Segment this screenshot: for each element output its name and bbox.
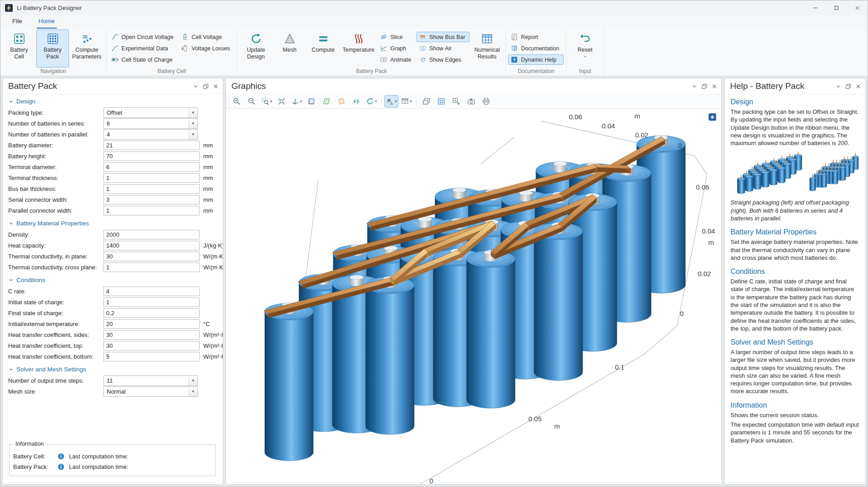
ribbon-button-cell-voltage[interactable]: Cell Voltage <box>179 32 235 42</box>
float-icon[interactable] <box>202 83 209 90</box>
ribbon-button-show-bus-bar[interactable]: Show Bus Bar <box>417 32 470 42</box>
plot-settings-button[interactable] <box>449 95 463 107</box>
close-button[interactable] <box>847 0 868 15</box>
input-heat-transfer-coefficient-top[interactable]: 30 <box>103 341 200 351</box>
select-mesh-size[interactable]: Normal▾ <box>103 386 198 397</box>
graphics-canvas[interactable]: 0.060.04m0.0200.060.04m0.0200.10.05m0 <box>226 109 721 484</box>
ribbon-button-battery-pack[interactable]: Battery Pack <box>36 29 69 68</box>
input-initial-external-temperature[interactable]: 20 <box>103 319 200 329</box>
menu-home[interactable]: Home <box>37 16 57 29</box>
chevron-down-icon[interactable] <box>835 83 842 90</box>
float-icon[interactable] <box>701 83 708 90</box>
field-number-of-batteries-in-parallel: Number of batteries in parallel:4▾ <box>8 129 218 140</box>
view-cube-icon[interactable] <box>708 112 717 122</box>
float-icon[interactable] <box>845 83 852 90</box>
ribbon-button-compute-parameters[interactable]: Compute Parameters <box>70 29 104 68</box>
ribbon-button-open-circuit-voltage[interactable]: Open Circuit Voltage <box>109 32 178 42</box>
input-thermal-conductivity-in-plane[interactable]: 30 <box>103 252 200 261</box>
ribbon-button-reset[interactable]: Reset⌄ <box>569 29 601 68</box>
section-header-solver-and-mesh-settings[interactable]: Solver and Mesh Settings <box>8 366 218 373</box>
field-label: Mesh size: <box>8 388 103 395</box>
select-packing-type[interactable]: Offset▾ <box>103 107 198 118</box>
section-header-conditions[interactable]: Conditions <box>8 277 218 283</box>
view-yz-button[interactable] <box>319 95 333 107</box>
section-header-design[interactable]: Design <box>8 98 218 105</box>
ribbon-button-slice[interactable]: Slice <box>378 32 416 42</box>
view-options-button[interactable]: ▾ <box>399 95 413 107</box>
battery-pack-3d-view[interactable]: 0.060.04m0.0200.060.04m0.0200.10.05m0 <box>226 109 721 484</box>
snapshot-button[interactable] <box>464 95 478 107</box>
ribbon-button-numerical-results[interactable]: Numerical Results <box>471 29 503 68</box>
input-heat-transfer-coefficient-sides[interactable]: 30 <box>103 330 200 340</box>
ribbon-button-dynamic-help[interactable]: ?Dynamic Help <box>508 54 564 65</box>
ribbon-button-documentation[interactable]: Documentation <box>508 43 564 54</box>
scene-light-button[interactable]: ▾ <box>384 95 398 107</box>
go-to-default-view-icon <box>291 97 299 106</box>
input-final-state-of-charge[interactable]: 0.2 <box>103 308 200 318</box>
maximize-button[interactable] <box>826 0 847 15</box>
ribbon-button-show-edges[interactable]: Show Edges <box>417 54 470 65</box>
ribbon-button-graph[interactable]: Graph <box>378 43 416 54</box>
input-battery-diameter[interactable]: 21 <box>103 141 200 150</box>
close-icon[interactable] <box>855 83 862 90</box>
field-initial-external-temperature: Initial/external temperature:20°C <box>8 318 218 329</box>
ribbon-button-label: Experimental Data <box>122 45 168 52</box>
copy-image-button[interactable] <box>419 95 433 107</box>
selected-value: Offset <box>104 109 122 116</box>
select-number-of-output-time-steps[interactable]: 11▾ <box>103 375 198 386</box>
input-serial-connector-width[interactable]: 3 <box>103 195 200 205</box>
field-label: Serial connector width: <box>8 196 103 203</box>
ribbon-button-compute[interactable]: Compute <box>307 29 339 68</box>
field-final-state-of-charge: Final state of charge:0.2 <box>8 307 218 318</box>
zoom-out-button[interactable] <box>245 95 259 107</box>
input-density[interactable]: 2000 <box>103 230 200 239</box>
ribbon-button-experimental-data[interactable]: Experimental Data <box>109 43 178 54</box>
print-button[interactable] <box>479 95 493 107</box>
input-battery-height[interactable]: 70 <box>103 151 200 161</box>
zoom-in-button[interactable] <box>230 95 244 107</box>
select-number-of-batteries-in-parallel[interactable]: 4▾ <box>103 129 198 140</box>
input-terminal-diameter[interactable]: 6 <box>103 162 200 172</box>
ribbon-button-show-air[interactable]: Show Air <box>417 43 470 54</box>
toolbar-separator <box>381 97 382 106</box>
input-terminal-thickness[interactable]: 1 <box>103 173 200 183</box>
view-xy-button[interactable] <box>304 95 319 107</box>
field-unit: mm <box>203 185 213 192</box>
plot-settings-icon <box>452 97 461 106</box>
field-label: Thermal conductivity, in plane: <box>8 253 103 260</box>
input-bus-bar-thickness[interactable]: 1 <box>103 184 200 194</box>
rotate-view-button[interactable]: ▾ <box>364 95 378 107</box>
minimize-button[interactable] <box>805 0 826 15</box>
close-icon[interactable] <box>711 83 718 90</box>
chevron-down-icon[interactable] <box>192 83 199 90</box>
ribbon-button-cell-state-of-charge[interactable]: Cell State of Charge <box>109 54 178 65</box>
input-heat-transfer-coefficient-bottom[interactable]: 5 <box>103 352 200 361</box>
select-number-of-batteries-in-series[interactable]: 6▾ <box>103 118 198 129</box>
input-parallel-connector-width[interactable]: 1 <box>103 206 200 215</box>
image-grid-button[interactable] <box>434 95 448 107</box>
ribbon-button-temperature[interactable]: Temperature <box>340 29 377 68</box>
ribbon-button-battery-cell[interactable]: Battery Cell <box>3 29 35 68</box>
ribbon-button-update-design[interactable]: Update Design <box>240 29 272 68</box>
chevron-down-icon[interactable] <box>691 83 698 90</box>
close-icon[interactable] <box>212 83 219 90</box>
go-to-default-view-button[interactable]: ▾ <box>289 95 304 107</box>
menu-file[interactable]: File <box>10 16 24 29</box>
input-heat-capacity[interactable]: 1400 <box>103 241 200 250</box>
view-zx-button[interactable] <box>334 95 348 107</box>
zoom-extents-button[interactable] <box>275 95 289 107</box>
section-header-battery-material-properties[interactable]: Battery Material Properties <box>8 220 218 227</box>
input-c-rate[interactable]: 4 <box>103 287 200 296</box>
mirror-view-button[interactable] <box>349 95 363 107</box>
graphics-panel-title: Graphics <box>231 81 266 91</box>
ribbon-button-mesh[interactable]: Mesh <box>273 29 306 68</box>
info-row-label: Battery Cell: <box>13 453 53 460</box>
ribbon-button-report[interactable]: Report <box>508 32 564 42</box>
cell-state-of-charge-icon <box>111 56 119 63</box>
zoom-box-button[interactable]: ▾ <box>260 95 274 107</box>
input-thermal-conductivity-cross-plane[interactable]: 1 <box>103 263 200 272</box>
input-initial-state-of-charge[interactable]: 1 <box>103 297 200 307</box>
ribbon-group-label: Input <box>569 68 601 76</box>
ribbon-button-animate[interactable]: Animate <box>378 54 416 65</box>
ribbon-button-voltage-losses[interactable]: Voltage Losses <box>179 43 235 54</box>
